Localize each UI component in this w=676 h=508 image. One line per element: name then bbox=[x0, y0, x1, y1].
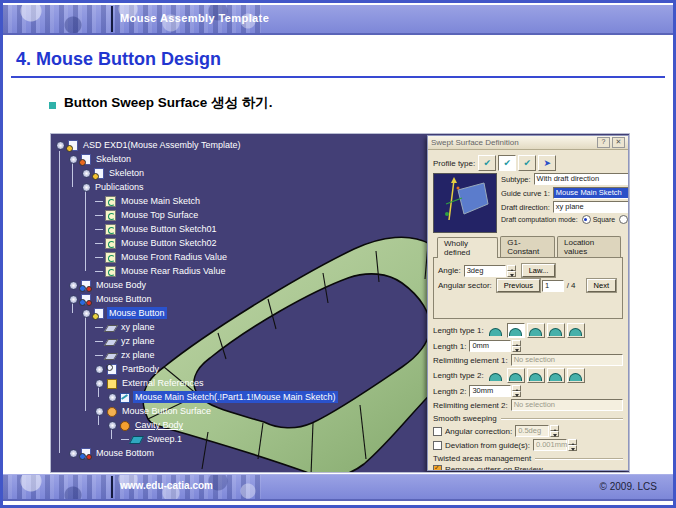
tab-wholly-defined[interactable]: Wholly defined bbox=[437, 237, 498, 258]
tree-item-label: Mouse Front Radius Value bbox=[119, 251, 229, 263]
publication-icon bbox=[105, 252, 116, 263]
deviation-spinner bbox=[568, 439, 577, 451]
relimit2-field[interactable]: No selection bbox=[511, 399, 623, 411]
tree-branch-line bbox=[121, 439, 129, 440]
guide-curve-field[interactable]: Mouse Main Sketch bbox=[553, 187, 629, 199]
tree-item-label: Mouse Body bbox=[94, 279, 148, 291]
tree-item-label: Mouse Button Sketch02 bbox=[119, 237, 219, 249]
close-icon[interactable]: ✕ bbox=[612, 137, 625, 148]
tree-item-label: Mouse Button bbox=[94, 293, 154, 305]
tree-item-label: yz plane bbox=[119, 335, 157, 347]
remove-cutters-checkbox[interactable] bbox=[433, 465, 442, 471]
part-blue-icon bbox=[80, 294, 91, 305]
footer-divider bbox=[111, 476, 113, 498]
external-references-icon bbox=[106, 378, 117, 389]
dialog-titlebar[interactable]: Swept Surface Definition ? ✕ bbox=[428, 136, 628, 150]
tree-branch-line bbox=[95, 341, 103, 342]
length-type2-standard-icon[interactable] bbox=[487, 368, 505, 383]
profile-line-icon[interactable]: ✔ bbox=[498, 155, 516, 171]
length-type-standard-icon[interactable] bbox=[487, 323, 505, 338]
header-band: Mouse Assembly Template bbox=[3, 5, 673, 35]
heading-rule bbox=[11, 76, 665, 78]
tree-item-label: Skeleton bbox=[107, 167, 146, 179]
plane-icon bbox=[105, 336, 116, 347]
group-divider bbox=[535, 458, 623, 459]
law-button[interactable]: Law... bbox=[522, 264, 556, 277]
tree-expander-icon[interactable] bbox=[108, 421, 117, 430]
profile-conic-icon[interactable]: ➤ bbox=[538, 155, 556, 171]
angular-correction-spinner bbox=[550, 425, 559, 437]
angular-correction-checkbox[interactable] bbox=[433, 427, 442, 436]
part-orange-icon bbox=[80, 154, 91, 165]
publication-icon bbox=[105, 266, 116, 277]
length2-label: Length 2: bbox=[433, 387, 466, 396]
swept-surface-dialog: Swept Surface Definition ? ✕ Profile typ… bbox=[427, 135, 629, 471]
bullet-icon bbox=[49, 102, 56, 109]
profile-circle-icon[interactable]: ✔ bbox=[518, 155, 536, 171]
square-radio[interactable] bbox=[582, 215, 591, 224]
bullet-text: Button Sweep Surface 생성 하기. bbox=[64, 94, 273, 112]
tab-location-values[interactable]: Location values bbox=[557, 236, 621, 257]
length-type2-from-surface-icon[interactable] bbox=[547, 368, 565, 383]
tree-expander-icon[interactable] bbox=[69, 449, 78, 458]
tree-expander-icon[interactable] bbox=[56, 141, 65, 150]
cone-radio[interactable] bbox=[619, 215, 628, 224]
tree-expander-icon[interactable] bbox=[82, 183, 91, 192]
tree-expander-icon[interactable] bbox=[95, 379, 104, 388]
tree-expander-icon[interactable] bbox=[82, 309, 91, 318]
length-type-from-extremum-icon[interactable] bbox=[567, 323, 585, 338]
length2-spinner[interactable] bbox=[512, 385, 521, 397]
tree-item-label: xy plane bbox=[119, 321, 157, 333]
relimit1-field[interactable]: No selection bbox=[511, 354, 623, 366]
sector-input[interactable]: 1 bbox=[542, 280, 564, 292]
tree-expander-icon[interactable] bbox=[69, 295, 78, 304]
length-type2-from-extremum-icon[interactable] bbox=[567, 368, 585, 383]
length-type-from-sketch-icon[interactable] bbox=[527, 323, 545, 338]
subtype-value: With draft direction bbox=[537, 174, 600, 183]
tree-branch-line bbox=[95, 271, 103, 272]
deviation-checkbox[interactable] bbox=[433, 441, 442, 450]
length1-spinner[interactable] bbox=[512, 340, 521, 352]
length2-input[interactable]: 30mm bbox=[469, 385, 511, 397]
tree-branch-line bbox=[95, 201, 103, 202]
length-type2-from-sketch-icon[interactable] bbox=[527, 368, 545, 383]
help-icon[interactable]: ? bbox=[597, 137, 610, 148]
angle-spinner[interactable] bbox=[507, 265, 516, 277]
tree-branch-line bbox=[95, 229, 103, 230]
footer-website: www.edu-catia.com bbox=[120, 480, 213, 491]
length-type-from-surface-icon[interactable] bbox=[547, 323, 565, 338]
deviation-input: 0.001mm bbox=[533, 439, 567, 451]
tab-g1-constant[interactable]: G1-Constant bbox=[500, 236, 555, 257]
tree-expander-icon[interactable] bbox=[69, 155, 78, 164]
tree-item-label: Cavity Body bbox=[133, 419, 185, 431]
tree-expander-icon[interactable] bbox=[69, 281, 78, 290]
subtype-select[interactable]: With draft direction bbox=[534, 173, 629, 185]
sweep-preview-thumbnail bbox=[433, 173, 497, 233]
twisted-areas-group-label: Twisted areas management bbox=[433, 454, 531, 463]
square-radio-label: Square bbox=[593, 216, 616, 223]
tree-expander-icon[interactable] bbox=[108, 393, 117, 402]
catia-screenshot: ASD EXD1(Mouse Assembly Template)Skeleto… bbox=[50, 133, 630, 473]
next-button[interactable]: Next bbox=[587, 279, 616, 292]
tree-expander-icon[interactable] bbox=[95, 365, 104, 374]
tree-expander-icon[interactable] bbox=[95, 407, 104, 416]
length1-input[interactable]: 0mm bbox=[469, 340, 511, 352]
remove-cutters-label: Remove cutters on Preview bbox=[445, 465, 543, 471]
plane-icon bbox=[105, 322, 116, 333]
relimit1-label: Relimiting element 1: bbox=[433, 356, 508, 365]
part-blue-icon bbox=[80, 280, 91, 291]
profile-explicit-icon[interactable]: ✔ bbox=[478, 155, 496, 171]
length-type2-from-curve-icon[interactable] bbox=[507, 368, 525, 383]
tree-branch-line bbox=[95, 257, 103, 258]
tree-expander-icon[interactable] bbox=[82, 169, 91, 178]
smooth-sweeping-group-label: Smooth sweeping bbox=[433, 414, 497, 423]
length-type2-label: Length type 2: bbox=[433, 371, 484, 380]
draft-direction-field[interactable]: xy plane bbox=[553, 201, 629, 213]
tree-branch-line bbox=[95, 243, 103, 244]
tree-item-label: Sweep.1 bbox=[145, 433, 184, 445]
draft-direction-label: Draft direction: bbox=[501, 203, 550, 212]
previous-button[interactable]: Previous bbox=[497, 279, 540, 292]
length-type-from-curve-icon[interactable] bbox=[507, 323, 525, 338]
angle-input[interactable]: 3deg bbox=[464, 265, 506, 277]
tree-item-label: Mouse Bottom bbox=[94, 447, 156, 459]
